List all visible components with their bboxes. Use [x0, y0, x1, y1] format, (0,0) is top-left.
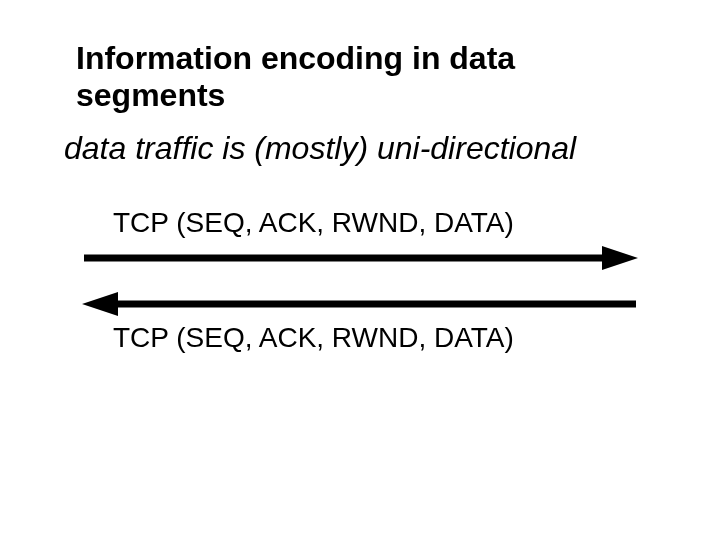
slide-title: Information encoding in data segments	[76, 40, 660, 114]
arrow-right-icon	[84, 246, 638, 270]
slide-subtitle: data traffic is (mostly) uni-directional	[64, 130, 670, 167]
svg-marker-3	[82, 292, 118, 316]
arrow-bottom-label: TCP (SEQ, ACK, RWND, DATA)	[113, 322, 514, 354]
arrows-diagram	[80, 244, 640, 324]
arrow-left-icon	[82, 292, 636, 316]
arrow-top-label: TCP (SEQ, ACK, RWND, DATA)	[113, 207, 514, 239]
slide: Information encoding in data segments da…	[0, 0, 720, 540]
svg-marker-1	[602, 246, 638, 270]
